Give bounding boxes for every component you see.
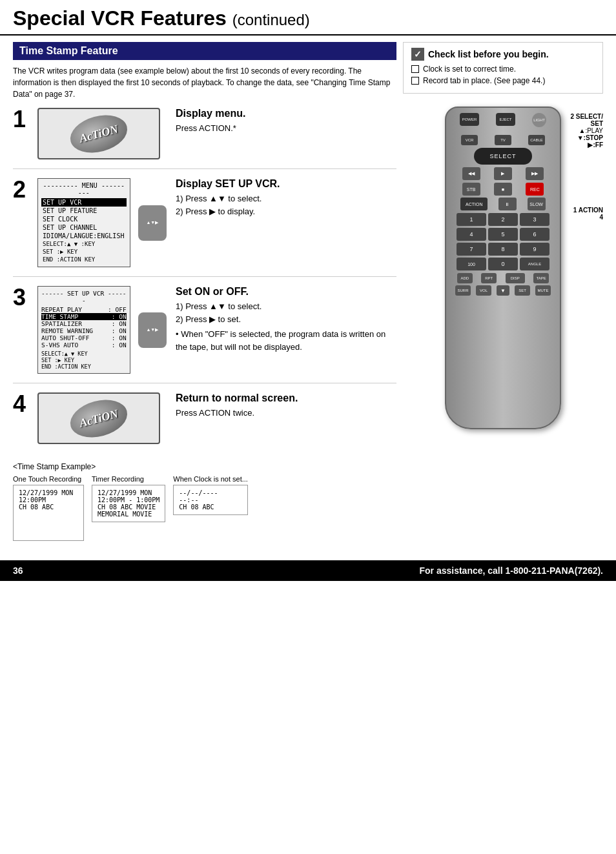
annotation-action-text: 1 ACTION [573, 207, 603, 214]
checkbox-1 [411, 65, 419, 73]
eject-button[interactable]: EJECT [496, 113, 515, 126]
menu-item-setup-vcr: SET UP VCR [41, 198, 127, 207]
step-1-image: AcTiON [37, 108, 167, 159]
mute-button[interactable]: MUTE [535, 285, 551, 296]
menu-screen: --------- MENU --------- SET UP VCR SET … [37, 178, 130, 267]
play-button[interactable]: ▶ [494, 167, 512, 180]
vol-button[interactable]: VOL [476, 285, 491, 296]
num-3[interactable]: 3 [520, 213, 549, 226]
num-9[interactable]: 9 [520, 243, 549, 256]
menu-footer-select: SELECT:▲ ▼ :KEY [41, 240, 127, 248]
small-remote-step2: ▲▼▶ [138, 205, 167, 241]
one-touch-line-3: CH 08 ABC [19, 503, 78, 511]
tape-button[interactable]: TAPE [533, 273, 549, 283]
stop-button[interactable]: ■ [494, 183, 512, 196]
setup-footer-set: SET :▶ KEY [41, 357, 127, 363]
setup-footer-select: SELECT:▲ ▼ KEY [41, 351, 127, 357]
num-2[interactable]: 2 [488, 213, 518, 226]
annotation-action: 1 ACTION 4 [570, 207, 603, 221]
num-100[interactable]: 100 [457, 258, 486, 270]
action-button-display-1: AcTiON [37, 108, 160, 159]
slow-button[interactable]: SLOW [528, 198, 546, 210]
num-5[interactable]: 5 [488, 228, 518, 241]
annotation-play: ▲:PLAY [579, 127, 603, 134]
page-footer: 36 For assistance, call 1-800-211-PANA(7… [0, 560, 616, 581]
set-button[interactable]: SET [515, 285, 530, 296]
rew-button[interactable]: ◀◀ [462, 167, 480, 180]
stb-button[interactable]: STB [462, 183, 480, 196]
step-3-image: ------ SET UP VCR ------ REPEAT PLAY: OF… [37, 286, 167, 374]
step-2-image: --------- MENU --------- SET UP VCR SET … [37, 178, 167, 267]
light-button[interactable]: LIGHT [532, 113, 546, 127]
step-4-description: Return to normal screen. Press ACTION tw… [176, 392, 396, 420]
action-oval-4: AcTiON [66, 394, 131, 443]
power-button[interactable]: POWER [460, 113, 479, 126]
menu-footer-end: END :ACTION KEY [41, 256, 127, 263]
step-1-instruction: Press ACTION.* [176, 122, 396, 135]
step-3-title: Set ON or OFF. [176, 286, 396, 298]
setup-row-timestamp: TIME STAMP: ON [41, 313, 127, 320]
annotations-block: 2 SELECT/SET ▲:PLAY ▼:STOP ▶:FF 1 ACTION… [570, 113, 603, 221]
step-4-number: 4 [13, 392, 32, 416]
num-6[interactable]: 6 [520, 228, 549, 241]
checklist-box: ✓ Check list before you begin. Clock is … [403, 42, 603, 94]
setup-row-spatial: SPATIALIZER: ON [41, 320, 127, 327]
ch-down-button[interactable]: ▼ [497, 285, 509, 296]
display-button[interactable]: DISP [506, 273, 525, 283]
vcr-button[interactable]: VCR [461, 135, 478, 145]
tv-button[interactable]: TV [495, 135, 511, 145]
checklist-title: ✓ Check list before you begin. [411, 48, 595, 61]
number-grid: 1 2 3 4 5 6 7 8 9 100 0 ANGLE [446, 213, 560, 270]
menu-item-idioma: IDIOMA/LANGUE:ENGLISH [41, 232, 127, 240]
remote-container: 2 SELECT/SET ▲:PLAY ▼:STOP ▶:FF 1 ACTION… [403, 107, 603, 429]
remote-body: POWER EJECT LIGHT VCR TV CABLE SELECT ◀◀ [445, 107, 561, 429]
annotation-select-number: 2 [570, 113, 574, 120]
checklist-item-2: Record tab in place. (See page 44.) [411, 76, 595, 85]
timer-line-4: MEMORIAL MOVIE [98, 511, 159, 518]
rec-button[interactable]: REC [526, 183, 544, 196]
setup-screen: ------ SET UP VCR ------ REPEAT PLAY: OF… [37, 286, 130, 374]
step-2-instruction-2: 2) Press ▶ to display. [176, 205, 396, 218]
repeat-button[interactable]: RPT [481, 273, 497, 283]
num-0[interactable]: 0 [488, 258, 518, 270]
num-4[interactable]: 4 [457, 228, 486, 241]
step-1-number: 1 [13, 108, 32, 131]
step-2-title: Display SET UP VCR. [176, 178, 396, 190]
step-3-note: • When "OFF" is selected, the program da… [176, 328, 396, 353]
angle-button[interactable]: ANGLE [520, 258, 549, 270]
timer-box: 12/27/1999 MON 12:00PM - 1:00PM CH 08 AB… [92, 485, 165, 522]
step-3: 3 ------ SET UP VCR ------ REPEAT PLAY: … [13, 286, 396, 383]
action-oval-1: AcTiON [66, 109, 131, 158]
step-4-image: AcTiON [37, 392, 167, 444]
header-title: Special VCR Features [13, 6, 227, 30]
annotation-stop: ▼:STOP [577, 134, 603, 141]
action-button[interactable]: ACTION [460, 198, 488, 210]
surr-button[interactable]: SURR [455, 285, 471, 296]
step-3-number: 3 [13, 286, 32, 309]
one-touch-label: One Touch Recording [13, 475, 84, 483]
step-1-title: Display menu. [176, 108, 396, 119]
select-area: SELECT [446, 148, 560, 165]
cable-button[interactable]: CABLE [528, 135, 545, 145]
checklist-title-text: Check list before you begin. [428, 49, 549, 59]
one-touch-box: 12/27/1999 MON 12:00PM CH 08 ABC [13, 485, 84, 541]
transport-row-1: ◀◀ ▶ ▶▶ [455, 167, 551, 180]
add-button[interactable]: ADD [457, 273, 473, 283]
right-column: ✓ Check list before you begin. Clock is … [403, 42, 603, 541]
checklist-item-1: Clock is set to correct time. [411, 65, 595, 74]
setup-row-shutoff: AUTO SHUT-OFF: ON [41, 334, 127, 341]
step-2: 2 --------- MENU --------- SET UP VCR SE… [13, 178, 396, 277]
checklist-item-2-text: Record tab in place. (See page 44.) [423, 76, 545, 85]
check-icon: ✓ [411, 48, 424, 61]
ff-button[interactable]: ▶▶ [526, 167, 544, 180]
action-row: ACTION ⏸ SLOW [455, 198, 551, 210]
setup-row-remote: REMOTE WARNING: ON [41, 327, 127, 334]
example-section: <Time Stamp Example> One Touch Recording… [13, 462, 396, 541]
num-1[interactable]: 1 [457, 213, 486, 226]
timer-line-2: 12:00PM - 1:00PM [98, 496, 159, 503]
select-button[interactable]: SELECT [474, 148, 532, 165]
step-1-description: Display menu. Press ACTION.* [176, 108, 396, 135]
pause-button[interactable]: ⏸ [498, 198, 517, 210]
num-7[interactable]: 7 [457, 243, 486, 256]
num-8[interactable]: 8 [488, 243, 518, 256]
